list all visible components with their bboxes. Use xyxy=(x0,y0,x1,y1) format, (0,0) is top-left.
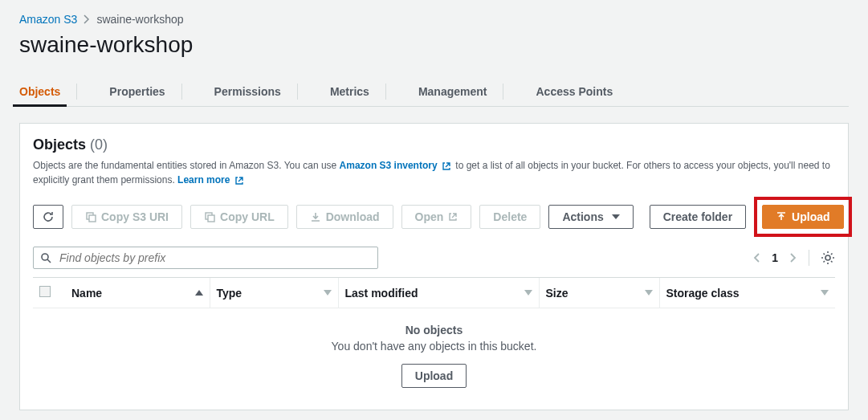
sort-icon xyxy=(645,290,653,296)
tabs: Objects Properties Permissions Metrics M… xyxy=(19,77,849,107)
empty-subtitle: You don't have any objects in this bucke… xyxy=(34,340,834,353)
external-link-icon xyxy=(448,212,458,222)
open-button[interactable]: Open xyxy=(401,205,472,229)
page-next[interactable] xyxy=(789,252,797,263)
page-number: 1 xyxy=(772,251,778,264)
inventory-link[interactable]: Amazon S3 inventory xyxy=(340,160,438,171)
search-input[interactable] xyxy=(58,251,371,265)
empty-upload-button[interactable]: Upload xyxy=(401,364,467,388)
svg-rect-1 xyxy=(89,215,96,222)
copy-s3-uri-button[interactable]: Copy S3 URI xyxy=(71,205,182,229)
tab-permissions[interactable]: Permissions xyxy=(214,77,281,106)
svg-rect-3 xyxy=(208,215,214,222)
objects-panel: Objects (0) Objects are the fundamental … xyxy=(19,123,849,410)
create-folder-button[interactable]: Create folder xyxy=(650,205,746,229)
tab-access-points[interactable]: Access Points xyxy=(536,77,613,106)
breadcrumb: Amazon S3 swaine-workshop xyxy=(19,13,849,26)
tab-objects[interactable]: Objects xyxy=(19,77,60,106)
copy-url-button[interactable]: Copy URL xyxy=(190,205,288,229)
settings-button[interactable] xyxy=(821,251,835,265)
sort-icon xyxy=(821,290,829,296)
breadcrumb-current: swaine-workshop xyxy=(96,13,183,26)
tab-management[interactable]: Management xyxy=(418,77,487,106)
copy-icon xyxy=(204,211,215,222)
panel-title: Objects (0) xyxy=(33,137,108,153)
chevron-right-icon xyxy=(84,14,90,24)
page-title: swaine-workshop xyxy=(19,32,849,58)
delete-button[interactable]: Delete xyxy=(479,205,540,229)
search-box[interactable] xyxy=(33,247,378,269)
search-icon xyxy=(40,252,51,263)
chevron-down-icon xyxy=(612,214,620,219)
toolbar: Copy S3 URI Copy URL Download Open xyxy=(33,197,835,237)
copy-icon xyxy=(85,211,96,222)
column-storage-class[interactable]: Storage class xyxy=(659,278,835,308)
sort-asc-icon xyxy=(195,290,203,296)
sort-icon xyxy=(324,290,332,296)
breadcrumb-root-link[interactable]: Amazon S3 xyxy=(19,13,77,26)
column-name[interactable]: Name xyxy=(65,278,210,308)
pagination: 1 xyxy=(752,250,835,266)
sort-icon xyxy=(524,290,532,296)
upload-icon xyxy=(776,211,787,222)
page-prev xyxy=(752,252,760,263)
svg-point-4 xyxy=(42,254,48,260)
download-icon xyxy=(310,211,321,222)
column-size[interactable]: Size xyxy=(539,278,659,308)
column-last-modified[interactable]: Last modified xyxy=(338,278,539,308)
column-type[interactable]: Type xyxy=(210,278,338,308)
external-link-icon xyxy=(233,174,246,186)
empty-state: No objects You don't have any objects in… xyxy=(34,309,834,396)
upload-highlight: Upload xyxy=(754,197,851,237)
refresh-button[interactable] xyxy=(33,205,63,229)
svg-point-5 xyxy=(825,255,830,260)
select-all-checkbox[interactable] xyxy=(39,286,51,297)
tab-properties[interactable]: Properties xyxy=(109,77,165,106)
empty-title: No objects xyxy=(34,324,834,336)
actions-button[interactable]: Actions xyxy=(548,205,633,229)
learn-more-link[interactable]: Learn more xyxy=(177,174,230,186)
download-button[interactable]: Download xyxy=(296,205,393,229)
refresh-icon xyxy=(42,210,55,223)
objects-table: Name Type Last modified xyxy=(33,277,835,397)
tab-metrics[interactable]: Metrics xyxy=(330,77,369,106)
panel-description: Objects are the fundamental entities sto… xyxy=(33,158,835,187)
external-link-icon xyxy=(440,160,455,171)
upload-button[interactable]: Upload xyxy=(762,205,843,229)
object-count: (0) xyxy=(90,137,108,153)
